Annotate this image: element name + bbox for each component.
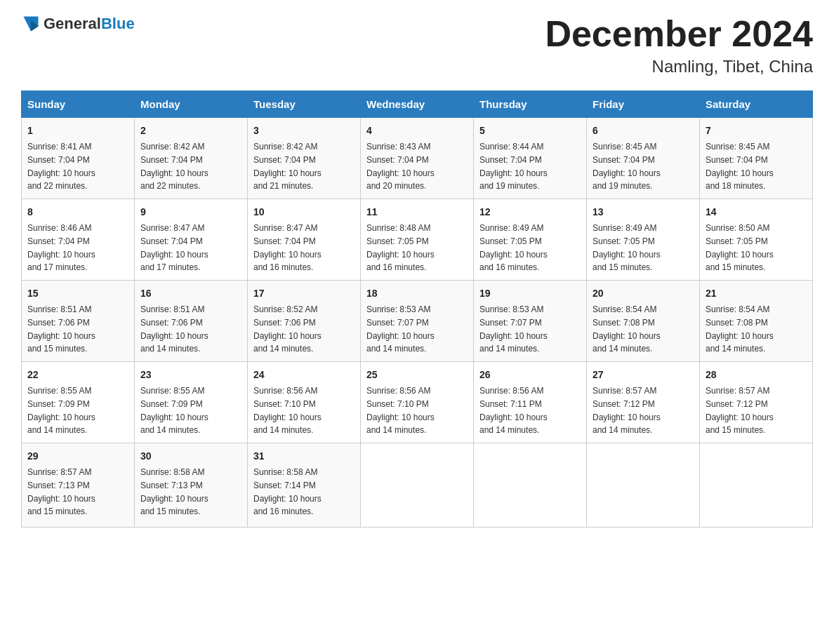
day-number: 31 [253, 449, 355, 464]
day-info: Sunrise: 8:51 AMSunset: 7:06 PMDaylight:… [27, 304, 95, 354]
day-number: 15 [27, 286, 128, 301]
day-number: 18 [366, 286, 468, 301]
day-number: 5 [479, 123, 581, 138]
day-number: 7 [706, 123, 807, 138]
day-info: Sunrise: 8:49 AMSunset: 7:05 PMDaylight:… [479, 223, 548, 272]
day-number: 12 [479, 205, 581, 220]
day-number: 24 [253, 368, 355, 382]
day-number: 6 [593, 123, 694, 138]
day-info: Sunrise: 8:47 AMSunset: 7:04 PMDaylight:… [253, 223, 322, 272]
day-info: Sunrise: 8:54 AMSunset: 7:08 PMDaylight:… [593, 304, 661, 354]
col-monday: Monday [135, 91, 248, 118]
day-info: Sunrise: 8:56 AMSunset: 7:10 PMDaylight:… [253, 386, 322, 435]
day-info: Sunrise: 8:42 AMSunset: 7:04 PMDaylight:… [140, 142, 208, 191]
table-row: 14Sunrise: 8:50 AMSunset: 7:05 PMDayligh… [700, 199, 813, 281]
day-number: 22 [27, 368, 128, 382]
table-row: 21Sunrise: 8:54 AMSunset: 7:08 PMDayligh… [700, 281, 813, 362]
day-info: Sunrise: 8:41 AMSunset: 7:04 PMDaylight:… [27, 142, 95, 191]
calendar-week-row: 1Sunrise: 8:41 AMSunset: 7:04 PMDaylight… [22, 118, 813, 199]
col-sunday: Sunday [22, 91, 135, 118]
col-thursday: Thursday [474, 91, 587, 118]
logo-icon [21, 14, 41, 34]
day-number: 14 [706, 205, 807, 220]
table-row [587, 443, 700, 528]
table-row [474, 443, 587, 528]
table-row: 29Sunrise: 8:57 AMSunset: 7:13 PMDayligh… [22, 443, 135, 528]
day-info: Sunrise: 8:53 AMSunset: 7:07 PMDaylight:… [366, 304, 435, 354]
table-row: 12Sunrise: 8:49 AMSunset: 7:05 PMDayligh… [474, 199, 587, 281]
col-tuesday: Tuesday [248, 91, 361, 118]
calendar-week-row: 8Sunrise: 8:46 AMSunset: 7:04 PMDaylight… [22, 199, 813, 281]
day-number: 1 [27, 123, 128, 138]
day-info: Sunrise: 8:58 AMSunset: 7:13 PMDaylight:… [140, 467, 208, 516]
day-info: Sunrise: 8:55 AMSunset: 7:09 PMDaylight:… [140, 386, 208, 435]
day-info: Sunrise: 8:44 AMSunset: 7:04 PMDaylight:… [479, 142, 548, 191]
table-row: 4Sunrise: 8:43 AMSunset: 7:04 PMDaylight… [361, 118, 474, 199]
table-row: 1Sunrise: 8:41 AMSunset: 7:04 PMDaylight… [22, 118, 135, 199]
month-title: December 2024 [545, 14, 813, 54]
logo: GeneralBlue [21, 14, 135, 34]
calendar-table: Sunday Monday Tuesday Wednesday Thursday… [21, 90, 813, 528]
day-number: 20 [593, 286, 694, 301]
day-number: 19 [479, 286, 581, 301]
day-number: 29 [27, 449, 128, 464]
day-info: Sunrise: 8:49 AMSunset: 7:05 PMDaylight:… [593, 223, 661, 272]
table-row: 8Sunrise: 8:46 AMSunset: 7:04 PMDaylight… [22, 199, 135, 281]
calendar-week-row: 29Sunrise: 8:57 AMSunset: 7:13 PMDayligh… [22, 443, 813, 528]
location-title: Namling, Tibet, China [545, 57, 813, 76]
table-row: 6Sunrise: 8:45 AMSunset: 7:04 PMDaylight… [587, 118, 700, 199]
table-row: 27Sunrise: 8:57 AMSunset: 7:12 PMDayligh… [587, 362, 700, 443]
day-number: 28 [706, 368, 807, 382]
table-row: 3Sunrise: 8:42 AMSunset: 7:04 PMDaylight… [248, 118, 361, 199]
day-info: Sunrise: 8:57 AMSunset: 7:12 PMDaylight:… [706, 386, 774, 435]
day-info: Sunrise: 8:43 AMSunset: 7:04 PMDaylight:… [366, 142, 435, 191]
day-info: Sunrise: 8:47 AMSunset: 7:04 PMDaylight:… [140, 223, 208, 272]
table-row: 10Sunrise: 8:47 AMSunset: 7:04 PMDayligh… [248, 199, 361, 281]
day-info: Sunrise: 8:45 AMSunset: 7:04 PMDaylight:… [706, 142, 774, 191]
day-info: Sunrise: 8:52 AMSunset: 7:06 PMDaylight:… [253, 304, 322, 354]
day-number: 11 [366, 205, 468, 220]
day-number: 26 [479, 368, 581, 382]
day-info: Sunrise: 8:56 AMSunset: 7:10 PMDaylight:… [366, 386, 435, 435]
day-number: 27 [593, 368, 694, 382]
day-info: Sunrise: 8:53 AMSunset: 7:07 PMDaylight:… [479, 304, 548, 354]
table-row: 17Sunrise: 8:52 AMSunset: 7:06 PMDayligh… [248, 281, 361, 362]
table-row: 16Sunrise: 8:51 AMSunset: 7:06 PMDayligh… [135, 281, 248, 362]
day-info: Sunrise: 8:56 AMSunset: 7:11 PMDaylight:… [479, 386, 548, 435]
table-row: 9Sunrise: 8:47 AMSunset: 7:04 PMDaylight… [135, 199, 248, 281]
col-saturday: Saturday [700, 91, 813, 118]
day-number: 13 [593, 205, 694, 220]
table-row: 28Sunrise: 8:57 AMSunset: 7:12 PMDayligh… [700, 362, 813, 443]
day-number: 21 [706, 286, 807, 301]
day-number: 3 [253, 123, 355, 138]
table-row: 22Sunrise: 8:55 AMSunset: 7:09 PMDayligh… [22, 362, 135, 443]
table-row: 30Sunrise: 8:58 AMSunset: 7:13 PMDayligh… [135, 443, 248, 528]
day-info: Sunrise: 8:57 AMSunset: 7:13 PMDaylight:… [27, 467, 95, 516]
col-friday: Friday [587, 91, 700, 118]
table-row: 11Sunrise: 8:48 AMSunset: 7:05 PMDayligh… [361, 199, 474, 281]
day-info: Sunrise: 8:48 AMSunset: 7:05 PMDaylight:… [366, 223, 435, 272]
table-row: 19Sunrise: 8:53 AMSunset: 7:07 PMDayligh… [474, 281, 587, 362]
page-header: GeneralBlue December 2024 Namling, Tibet… [21, 14, 813, 76]
day-number: 23 [140, 368, 241, 382]
table-row: 26Sunrise: 8:56 AMSunset: 7:11 PMDayligh… [474, 362, 587, 443]
table-row [361, 443, 474, 528]
day-number: 4 [366, 123, 468, 138]
day-number: 2 [140, 123, 241, 138]
day-info: Sunrise: 8:54 AMSunset: 7:08 PMDaylight:… [706, 304, 774, 354]
day-info: Sunrise: 8:57 AMSunset: 7:12 PMDaylight:… [593, 386, 661, 435]
logo-general-text: General [44, 15, 101, 32]
day-info: Sunrise: 8:46 AMSunset: 7:04 PMDaylight:… [27, 223, 95, 272]
title-block: December 2024 Namling, Tibet, China [545, 14, 813, 76]
table-row: 20Sunrise: 8:54 AMSunset: 7:08 PMDayligh… [587, 281, 700, 362]
day-info: Sunrise: 8:51 AMSunset: 7:06 PMDaylight:… [140, 304, 208, 354]
day-info: Sunrise: 8:58 AMSunset: 7:14 PMDaylight:… [253, 467, 322, 516]
table-row: 31Sunrise: 8:58 AMSunset: 7:14 PMDayligh… [248, 443, 361, 528]
table-row: 23Sunrise: 8:55 AMSunset: 7:09 PMDayligh… [135, 362, 248, 443]
day-info: Sunrise: 8:45 AMSunset: 7:04 PMDaylight:… [593, 142, 661, 191]
table-row: 15Sunrise: 8:51 AMSunset: 7:06 PMDayligh… [22, 281, 135, 362]
calendar-header-row: Sunday Monday Tuesday Wednesday Thursday… [22, 91, 813, 118]
table-row: 24Sunrise: 8:56 AMSunset: 7:10 PMDayligh… [248, 362, 361, 443]
table-row: 7Sunrise: 8:45 AMSunset: 7:04 PMDaylight… [700, 118, 813, 199]
day-number: 17 [253, 286, 355, 301]
